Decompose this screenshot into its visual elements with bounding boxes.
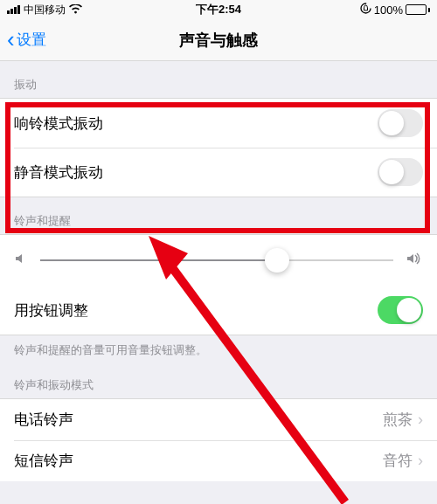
signal-icon xyxy=(7,5,20,14)
patterns-group: 电话铃声 煎茶 › 短信铃声 音符 › xyxy=(0,398,437,481)
section-header-vibrate: 振动 xyxy=(0,61,437,98)
cell-label: 电话铃声 xyxy=(14,410,73,430)
nav-bar: ‹ 设置 声音与触感 xyxy=(0,19,437,61)
cell-value: 煎茶 xyxy=(383,410,413,430)
cell-label: 响铃模式振动 xyxy=(14,114,103,134)
page-title: 声音与触感 xyxy=(179,30,258,51)
status-bar: 中国移动 下午2:54 100% xyxy=(0,0,437,19)
switch-vibrate-silent[interactable] xyxy=(378,158,423,186)
status-left: 中国移动 xyxy=(7,3,82,17)
cell-label: 用按钮调整 xyxy=(14,300,88,321)
volume-slider[interactable] xyxy=(40,247,393,273)
switch-vibrate-ring[interactable] xyxy=(378,109,423,137)
section-footer-ringer: 铃声和提醒的音量可用音量按钮调整。 xyxy=(0,335,437,362)
volume-slider-cell xyxy=(0,234,437,286)
cell-label: 静音模式振动 xyxy=(14,162,103,183)
status-time: 下午2:54 xyxy=(196,2,241,17)
orientation-lock-icon xyxy=(360,3,371,17)
battery-pct: 100% xyxy=(374,3,403,17)
back-label: 设置 xyxy=(17,30,46,50)
carrier-label: 中国移动 xyxy=(24,3,66,17)
cell-value: 音符 xyxy=(383,451,413,471)
cell-change-with-buttons[interactable]: 用按钮调整 xyxy=(0,286,437,335)
volume-high-icon xyxy=(406,252,423,270)
switch-change-with-buttons[interactable] xyxy=(378,296,423,324)
section-header-patterns: 铃声和振动模式 xyxy=(0,362,437,398)
volume-low-icon xyxy=(14,252,28,270)
back-button[interactable]: ‹ 设置 xyxy=(0,26,46,53)
cell-vibrate-silent[interactable]: 静音模式振动 xyxy=(0,148,437,197)
battery-icon xyxy=(406,4,430,15)
button-group: 用按钮调整 xyxy=(0,286,437,335)
wifi-icon xyxy=(69,3,82,17)
chevron-right-icon: › xyxy=(418,452,423,470)
chevron-right-icon: › xyxy=(418,411,423,429)
section-header-ringer: 铃声和提醒 xyxy=(0,197,437,234)
chevron-left-icon: ‹ xyxy=(7,26,15,53)
status-right: 100% xyxy=(360,3,430,17)
cell-label: 短信铃声 xyxy=(14,451,73,471)
cell-text-tone[interactable]: 短信铃声 音符 › xyxy=(0,440,437,481)
vibrate-group: 响铃模式振动 静音模式振动 xyxy=(0,98,437,197)
cell-vibrate-ring[interactable]: 响铃模式振动 xyxy=(0,99,437,148)
cell-ringtone[interactable]: 电话铃声 煎茶 › xyxy=(0,399,437,440)
